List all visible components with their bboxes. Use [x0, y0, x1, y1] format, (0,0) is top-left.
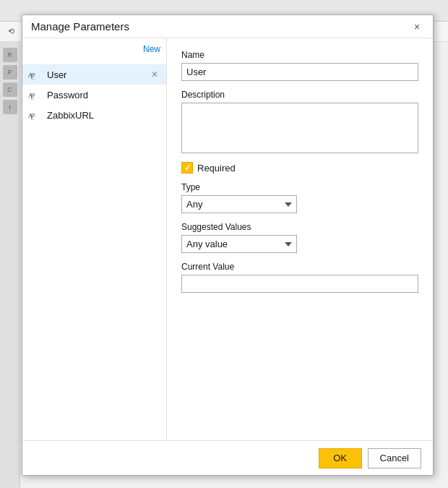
svg-text:C: C — [31, 116, 35, 121]
type-field-group: Type Any Text Number Boolean — [181, 182, 418, 213]
description-textarea[interactable] — [181, 103, 418, 153]
type-label: Type — [181, 182, 418, 192]
current-value-input[interactable] — [181, 275, 418, 293]
bg-sidebar-item-3: C — [3, 82, 17, 97]
parameter-item-zabbixurl[interactable]: A B C ZabbixURL — [22, 105, 166, 125]
name-input[interactable] — [181, 63, 418, 81]
parameter-name-user: User — [47, 69, 149, 80]
parameter-name-password: Password — [47, 90, 160, 100]
required-label: Required — [197, 163, 236, 174]
abc-icon-password: A B C — [28, 89, 43, 100]
bg-sidebar-item-1: R — [3, 48, 17, 62]
required-row: ✓ Required — [181, 162, 418, 174]
checkbox-checkmark: ✓ — [184, 163, 191, 173]
current-value-label: Current Value — [181, 262, 418, 272]
toolbar-icon-1: ⟲ — [3, 24, 19, 40]
delete-user-button[interactable]: ✕ — [149, 69, 160, 80]
description-label: Description — [181, 90, 418, 100]
bg-sidebar-item-4: t — [3, 100, 17, 114]
new-parameter-link[interactable]: New — [143, 44, 160, 54]
current-value-field-group: Current Value — [181, 262, 418, 293]
ok-button[interactable]: OK — [319, 448, 362, 468]
type-select[interactable]: Any Text Number Boolean — [181, 195, 297, 213]
suggested-values-label: Suggested Values — [181, 222, 418, 232]
dialog-titlebar: Manage Parameters × — [22, 15, 433, 38]
parameter-list: A B C User ✕ A B — [22, 64, 166, 435]
suggested-values-select[interactable]: Any value Custom — [181, 235, 297, 253]
abc-icon-zabbixurl: A B C — [28, 109, 43, 121]
dialog-close-button[interactable]: × — [410, 20, 424, 34]
svg-text:C: C — [31, 75, 35, 80]
bg-sidebar: R P C t — [0, 42, 20, 488]
svg-text:C: C — [31, 95, 35, 100]
dialog-title: Manage Parameters — [31, 20, 129, 33]
left-panel: New A B C User ✕ — [22, 38, 167, 440]
cancel-button[interactable]: Cancel — [368, 448, 421, 468]
parameter-item-password[interactable]: A B C Password — [22, 85, 166, 105]
dialog-backdrop: ⟲ ⟳ ▦ ▤ ✎ ⊞ ⊟ ⬛ ↑ R P C t Manage Paramet… — [0, 0, 448, 488]
abc-icon-user: A B C — [28, 69, 43, 80]
required-checkbox[interactable]: ✓ — [181, 162, 193, 174]
name-field-group: Name — [181, 50, 418, 81]
description-field-group: Description — [181, 90, 418, 153]
right-panel: Name Description ✓ Required Type A — [167, 38, 433, 440]
bg-sidebar-item-2: P — [3, 65, 17, 80]
dialog-body: New A B C User ✕ — [22, 38, 433, 440]
suggested-values-field-group: Suggested Values Any value Custom — [181, 222, 418, 253]
name-label: Name — [181, 50, 418, 60]
parameter-name-zabbixurl: ZabbixURL — [47, 110, 160, 121]
parameter-item-user[interactable]: A B C User ✕ — [22, 64, 166, 85]
dialog-footer: OK Cancel — [22, 440, 433, 475]
manage-parameters-dialog: Manage Parameters × New A B C — [22, 14, 434, 476]
